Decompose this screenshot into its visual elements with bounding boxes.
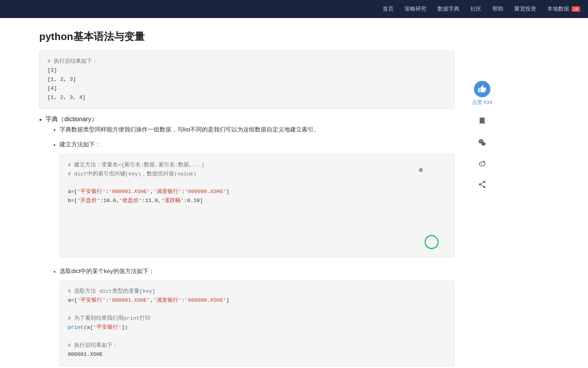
sub-list-dictionary: 字典数据类型同样能方便我们操作一组数据，与list不同的是我们可以为这组数据自定… (45, 124, 455, 368)
nav-strategy[interactable]: 策略研究 (405, 5, 426, 13)
sub-item-description: 字典数据类型同样能方便我们操作一组数据，与list不同的是我们可以为这组数据自定… (53, 124, 455, 135)
thumbs-up-svg (478, 85, 486, 93)
page-wrapper: python基本语法与变量 # 执行后结果如下： [3] [1, 2, 3] [… (24, 0, 564, 368)
like-count-text: 点赞 634 (472, 99, 492, 106)
section-dictionary-label: 字典（dictionary） (45, 116, 97, 122)
content-list: 字典（dictionary） 字典数据类型同样能方便我们操作一组数据，与list… (39, 114, 455, 368)
like-icon (474, 81, 490, 97)
nav-community[interactable]: 社区 (470, 5, 481, 13)
right-sidebar: 点赞 634 (470, 18, 494, 368)
weibo-icon (478, 159, 486, 168)
wechat-share-button[interactable] (475, 135, 489, 149)
move-cursor-icon[interactable]: ⊕ (419, 164, 423, 177)
code-block-top: # 执行后结果如下： [3] [1, 2, 3] [4] [1, 2, 3, 4… (39, 51, 455, 109)
build-method-label: 建立方法如下： (60, 141, 101, 148)
select-key-label: 选取dict中的某个key的值方法如下： (60, 268, 154, 274)
main-content: python基本语法与变量 # 执行后结果如下： [3] [1, 2, 3] [… (24, 18, 470, 368)
cursor-indicator (425, 235, 439, 249)
sub-item-build-method: 建立方法如下： # 建立方法：变量名={索引名:数据,索引名:数据,...} #… (53, 139, 455, 262)
description-text: 字典数据类型同样能方便我们操作一组数据，与list不同的是我们可以为这组数据自定… (60, 124, 319, 135)
nav-help[interactable]: 帮助 (492, 5, 503, 13)
page-title: python基本语法与变量 (39, 30, 455, 44)
nav-notification-badge: 19 (572, 6, 580, 12)
bookmark-button[interactable] (475, 114, 489, 128)
navbar: 首页 策略研究 数据字典 社区 帮助 聚宽投资 本地数据 19 (0, 0, 588, 18)
list-item-dictionary: 字典（dictionary） 字典数据类型同样能方便我们操作一组数据，与list… (39, 114, 455, 368)
like-button[interactable]: 点赞 634 (472, 81, 492, 106)
wechat-icon (478, 138, 486, 146)
share-link-button[interactable] (475, 177, 489, 191)
code-block-build: # 建立方法：变量名={索引名:数据,索引名:数据,...} # dict中的索… (60, 154, 455, 257)
nav-home[interactable]: 首页 (383, 5, 394, 13)
weibo-share-button[interactable] (475, 156, 489, 170)
svg-point-1 (481, 163, 482, 164)
bookmark-icon (478, 117, 486, 125)
nav-local-data[interactable]: 本地数据 (547, 5, 569, 13)
sub-item-select-key: 选取dict中的某个key的值方法如下： # 选取方法 dict类型的变量[ke… (53, 266, 455, 368)
svg-point-0 (479, 162, 485, 166)
share-icon (478, 180, 486, 189)
nav-jukuan[interactable]: 聚宽投资 (514, 5, 536, 13)
code-block-select-key: # 选取方法 dict类型的变量[key] a=['平安银行':'000001.… (60, 281, 455, 366)
nav-data-dict[interactable]: 数据字典 (437, 5, 459, 13)
